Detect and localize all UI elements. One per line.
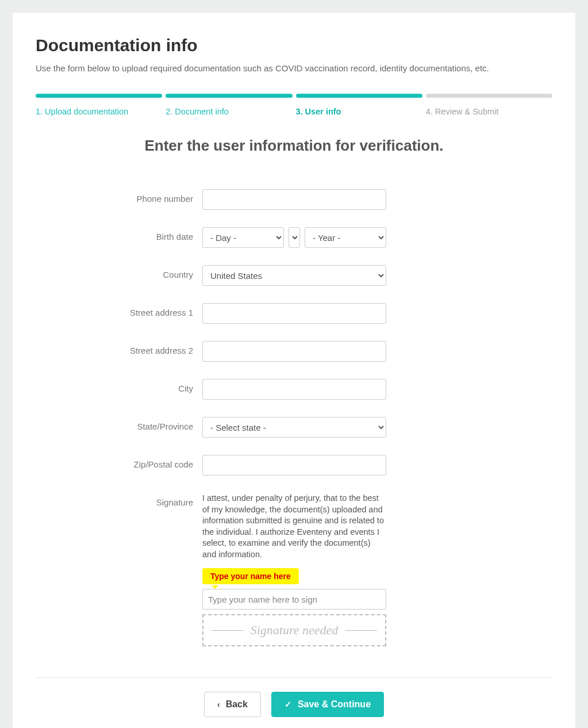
step-labels: 1. Upload documentation 2. Document info… xyxy=(36,101,552,116)
attestation-text: I attest, under penalty of perjury, that… xyxy=(202,493,386,560)
signature-line-right xyxy=(345,630,377,631)
addr2-input[interactable] xyxy=(202,341,386,362)
zip-label: Zip/Postal code xyxy=(93,455,202,469)
addr1-label: Street address 1 xyxy=(93,303,202,317)
user-info-form: Phone number Birth date - Day - - Month … xyxy=(93,189,449,646)
save-continue-label: Save & Continue xyxy=(298,699,371,710)
birth-day-select[interactable]: - Day - xyxy=(202,227,284,248)
city-label: City xyxy=(93,379,202,393)
back-button-label: Back xyxy=(226,699,248,710)
footer-divider xyxy=(36,677,552,678)
step-bar-2 xyxy=(166,94,292,98)
state-label: State/Province xyxy=(93,417,202,431)
state-select[interactable]: - Select state - xyxy=(202,417,386,438)
step-label-upload[interactable]: 1. Upload documentation xyxy=(36,101,162,116)
step-label-docinfo[interactable]: 2. Document info xyxy=(166,101,292,116)
step-label-review: 4. Review & Submit xyxy=(426,101,552,116)
footer-buttons: ‹ Back ✓ Save & Continue xyxy=(36,692,552,717)
page-subtitle: Use the form below to upload required do… xyxy=(36,63,552,73)
signature-tooltip: Type your name here xyxy=(202,568,299,584)
back-button[interactable]: ‹ Back xyxy=(204,692,261,717)
addr1-input[interactable] xyxy=(202,303,386,324)
birth-year-select[interactable]: - Year - xyxy=(305,227,386,248)
phone-label: Phone number xyxy=(93,189,202,204)
signature-placeholder-text: Signature needed xyxy=(251,623,339,638)
signature-input[interactable] xyxy=(202,589,386,610)
save-continue-button[interactable]: ✓ Save & Continue xyxy=(271,692,384,717)
step-bar-1 xyxy=(36,94,162,98)
addr2-label: Street address 2 xyxy=(93,341,202,355)
phone-input[interactable] xyxy=(202,189,386,210)
step-bar-4 xyxy=(426,94,552,98)
step-bar-3 xyxy=(296,94,422,98)
form-card: Documentation info Use the form below to… xyxy=(13,13,575,728)
check-icon: ✓ xyxy=(285,699,292,710)
chevron-left-icon: ‹ xyxy=(217,700,220,709)
signature-preview-box: Signature needed xyxy=(202,614,386,646)
progress-stepper xyxy=(36,94,552,98)
country-select[interactable]: United States xyxy=(202,265,386,286)
birthdate-label: Birth date xyxy=(93,227,202,242)
signature-line-left xyxy=(212,630,244,631)
zip-input[interactable] xyxy=(202,455,386,476)
city-input[interactable] xyxy=(202,379,386,400)
signature-label: Signature xyxy=(93,493,202,507)
page-title: Documentation info xyxy=(36,36,552,55)
country-label: Country xyxy=(93,265,202,279)
birth-month-select[interactable]: - Month - xyxy=(289,227,300,248)
section-heading: Enter the user information for verificat… xyxy=(36,137,552,155)
step-label-userinfo[interactable]: 3. User info xyxy=(296,101,422,116)
